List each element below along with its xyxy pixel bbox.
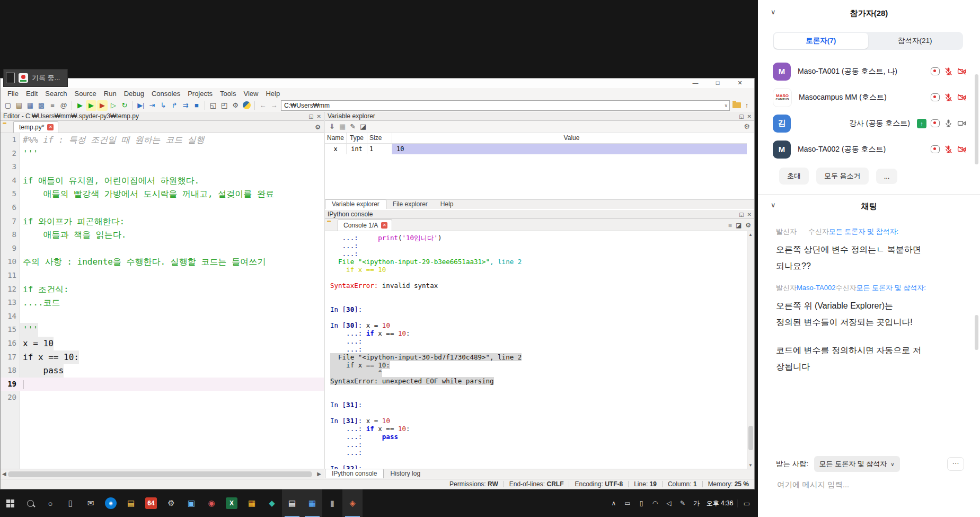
back-icon[interactable]: ← bbox=[258, 100, 268, 111]
debug-file-icon[interactable]: ▶| bbox=[136, 100, 146, 111]
console-scrollbar[interactable]: ▲ ▼ bbox=[747, 231, 754, 469]
maximize-button[interactable]: □ bbox=[707, 78, 729, 87]
menu-item-projects[interactable]: Projects bbox=[184, 90, 216, 98]
column-header-size[interactable]: Size bbox=[367, 133, 392, 143]
tab-참석자21[interactable]: 참석자(21) bbox=[868, 33, 963, 49]
scroll-right-icon[interactable]: ▶ bbox=[317, 471, 321, 477]
fullscreen-icon[interactable]: ◰ bbox=[219, 100, 229, 111]
menu-item-search[interactable]: Search bbox=[41, 90, 70, 98]
close-button[interactable]: ✕ bbox=[729, 78, 751, 87]
subtab-history-log[interactable]: History log bbox=[384, 469, 427, 478]
run-selection-icon[interactable]: ▷ bbox=[108, 100, 119, 111]
undock-icon[interactable]: ◱ bbox=[739, 212, 744, 217]
scroll-down-icon[interactable]: ▼ bbox=[748, 463, 753, 468]
run-cell-icon[interactable]: ▶ bbox=[86, 100, 96, 111]
chat-input[interactable] bbox=[776, 480, 962, 489]
python-env-icon[interactable] bbox=[241, 100, 252, 111]
run-file-icon[interactable]: ▶ bbox=[75, 100, 85, 111]
save-data-icon[interactable]: ▦ bbox=[339, 122, 346, 130]
debug-step-out-icon[interactable]: ↱ bbox=[169, 100, 180, 111]
taskbar-file-explorer[interactable]: ▤ bbox=[121, 489, 141, 517]
reset-namespace-icon[interactable]: ◪ bbox=[360, 122, 366, 130]
console-options-icon[interactable]: ⚙ bbox=[745, 222, 751, 229]
debug-step-icon[interactable]: ⇥ bbox=[147, 100, 157, 111]
minimize-button[interactable]: — bbox=[684, 78, 707, 87]
tab-close-icon[interactable]: ✕ bbox=[47, 124, 54, 130]
menu-item-help[interactable]: Help bbox=[262, 90, 284, 98]
mic-icon[interactable] bbox=[944, 119, 953, 128]
collapse-chat-icon[interactable]: ∨ bbox=[771, 201, 776, 209]
tools-icon[interactable]: ⚙ bbox=[230, 100, 241, 111]
mute-all-button[interactable]: 모두 음소거 bbox=[816, 168, 869, 185]
ime-korean[interactable]: 가 bbox=[691, 499, 702, 508]
taskbar-task-view[interactable]: ▯ bbox=[60, 489, 81, 517]
menu-item-edit[interactable]: Edit bbox=[22, 90, 41, 98]
taskbar-start[interactable] bbox=[0, 489, 20, 517]
column-header-type[interactable]: Type bbox=[347, 133, 367, 143]
taskbar-settings[interactable]: ⚙ bbox=[161, 489, 181, 517]
editor-options-icon[interactable]: ⚙ bbox=[315, 124, 321, 131]
undock-icon[interactable]: ◱ bbox=[739, 113, 744, 119]
new-file-icon[interactable]: ▢ bbox=[3, 100, 13, 111]
save-icon[interactable]: ▦ bbox=[25, 100, 36, 111]
scroll-left-icon[interactable]: ◀ bbox=[2, 471, 6, 477]
symbol-finder-icon[interactable]: @ bbox=[58, 100, 69, 111]
code-area[interactable]: 1#%% if : 특정 조건일 때 원하는 코드 실행2'''34if 애들이… bbox=[1, 133, 324, 469]
debug-continue-icon[interactable]: ⇉ bbox=[180, 100, 191, 111]
subtab-variable-explorer[interactable]: Variable explorer bbox=[325, 199, 386, 209]
variable-table[interactable]: NameTypeSizeValuexint110 bbox=[325, 133, 747, 154]
taskbar-mail[interactable]: ✉ bbox=[81, 489, 101, 517]
tray-chevron-up-icon[interactable]: ∧ bbox=[608, 500, 620, 507]
tray-battery-icon[interactable]: ▯ bbox=[635, 500, 647, 507]
debug-stop-icon[interactable]: ■ bbox=[191, 100, 202, 111]
invite-button[interactable]: 초대 bbox=[779, 168, 809, 185]
column-header-name[interactable]: Name bbox=[325, 133, 347, 143]
title-bar[interactable]: er (Python 3.7) — □ ✕ bbox=[1, 78, 754, 88]
debug-step-into-icon[interactable]: ↳ bbox=[158, 100, 169, 111]
maximize-pane-icon[interactable]: ◱ bbox=[208, 100, 218, 111]
parent-directory-icon[interactable]: ↑ bbox=[741, 100, 752, 111]
tray-pen-icon[interactable]: ✎ bbox=[677, 500, 688, 507]
taskbar-edge[interactable]: e bbox=[101, 489, 121, 517]
menu-item-tools[interactable]: Tools bbox=[216, 90, 240, 98]
mic-muted-icon[interactable] bbox=[944, 93, 953, 102]
undock-icon[interactable]: ◱ bbox=[308, 113, 313, 119]
close-pane-icon[interactable]: ✕ bbox=[317, 113, 321, 119]
menu-item-source[interactable]: Source bbox=[71, 90, 100, 98]
participant-row-4[interactable]: MMaso-TA002 (공동 호스트) bbox=[758, 136, 973, 162]
close-pane-icon[interactable]: ✕ bbox=[747, 113, 752, 119]
taskbar-app-64[interactable]: 64 bbox=[141, 489, 161, 517]
collapse-participants-icon[interactable]: ∨ bbox=[771, 8, 776, 16]
taskbar-search[interactable] bbox=[20, 489, 40, 517]
tray-volume-icon[interactable]: ◁ bbox=[663, 500, 675, 507]
ipython-console[interactable]: ...: print('10입니다') ...: ...: File "<ipy… bbox=[325, 231, 754, 469]
recipient-dropdown[interactable]: 모든 토론자 및 참석자 ∨ bbox=[814, 456, 900, 472]
menu-item-file[interactable]: File bbox=[4, 90, 22, 98]
taskbar-maps[interactable]: ◉ bbox=[201, 489, 222, 517]
menu-item-view[interactable]: View bbox=[240, 90, 262, 98]
camera-icon[interactable] bbox=[957, 119, 966, 128]
save-data-as-icon[interactable]: ✎ bbox=[350, 122, 356, 130]
notification-center-icon[interactable]: ▭ bbox=[737, 500, 756, 507]
rerun-cell-icon[interactable]: ↻ bbox=[119, 100, 130, 111]
taskbar-notepad[interactable]: ▤ bbox=[282, 489, 302, 517]
editor-tab[interactable]: temp.py* ✕ bbox=[13, 121, 58, 133]
file-switcher-icon[interactable]: ≡ bbox=[47, 100, 58, 111]
clear-console-icon[interactable]: ◪ bbox=[736, 222, 741, 229]
browse-directory-icon[interactable] bbox=[732, 102, 741, 108]
open-file-icon[interactable]: ▤ bbox=[14, 100, 24, 111]
participants-scrollbar[interactable] bbox=[975, 74, 978, 164]
subtab-help[interactable]: Help bbox=[434, 200, 460, 209]
stop-console-icon[interactable]: ■ bbox=[728, 222, 732, 229]
taskbar-app-blue[interactable]: ▦ bbox=[302, 489, 322, 517]
close-pane-icon[interactable]: ✕ bbox=[747, 212, 752, 217]
tab-토론자7[interactable]: 토론자(7) bbox=[774, 33, 868, 49]
taskbar-cortana[interactable]: ○ bbox=[40, 489, 60, 517]
run-cell-advance-icon[interactable]: ▶ bbox=[97, 100, 108, 111]
more-button[interactable]: ... bbox=[876, 169, 898, 184]
tab-close-icon[interactable]: ✕ bbox=[381, 222, 387, 229]
editor-hscrollbar[interactable]: ◀ ▶ bbox=[1, 469, 324, 479]
table-row[interactable]: xint110 bbox=[325, 144, 747, 154]
camera-off-icon[interactable] bbox=[957, 145, 966, 154]
participant-row-2[interactable]: MASOCAMPUSMasocampus MM (호스트) bbox=[758, 84, 973, 110]
